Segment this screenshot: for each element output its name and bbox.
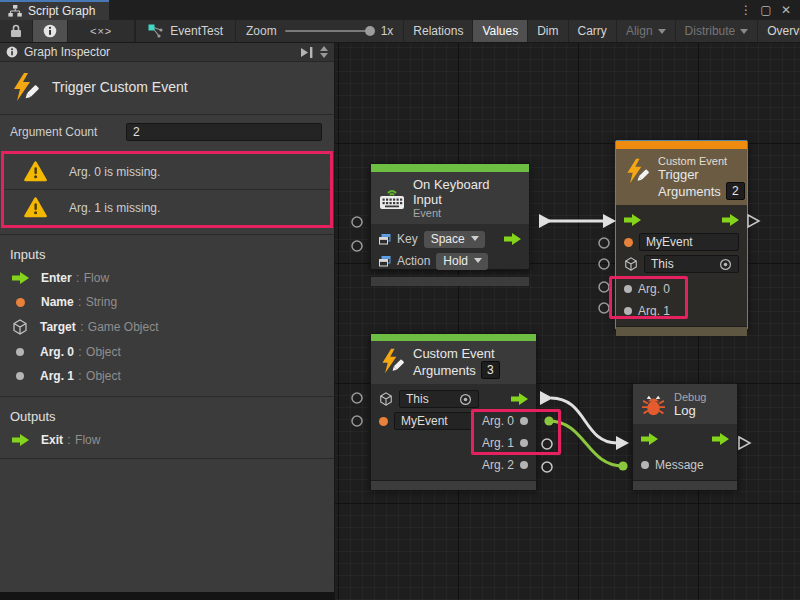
panel-spinner[interactable] [320, 46, 328, 58]
flow-input-port[interactable] [624, 214, 641, 226]
gameobject-cube-icon [12, 319, 28, 335]
event-name-row: MyEvent Arg. 0 [371, 410, 536, 432]
pin-type: Flow [84, 271, 109, 285]
inspector-toggle-button[interactable] [33, 20, 68, 42]
input-pin-arg0: Arg. 0 : Object [0, 340, 334, 364]
argument-count-input[interactable]: 2 [126, 123, 322, 141]
zoom-slider-handle[interactable] [365, 26, 375, 36]
graph-asset-icon [148, 24, 164, 38]
value-port-connected[interactable] [618, 461, 627, 470]
dim-button[interactable]: Dim [528, 20, 568, 42]
chevron-down-icon [471, 236, 479, 241]
node-category: Custom Event [658, 155, 745, 167]
event-name-field[interactable]: MyEvent [394, 412, 474, 430]
zoom-slider[interactable] [285, 30, 373, 32]
colon: : [78, 369, 81, 383]
close-icon[interactable]: ✕ [778, 3, 794, 17]
node-title: Log [674, 403, 706, 418]
value-port[interactable] [352, 241, 362, 251]
divider [0, 458, 334, 459]
distribute-button[interactable]: Distribute [676, 20, 759, 42]
flow-output-port[interactable] [712, 433, 729, 445]
value-port[interactable] [599, 303, 609, 313]
value-port[interactable] [599, 259, 609, 269]
node-trigger-custom-event[interactable]: Custom Event Trigger Arguments2 MyEvent … [615, 140, 748, 330]
arguments-label: Arguments [658, 184, 721, 199]
custom-event-icon [379, 348, 405, 374]
lock-icon [10, 24, 22, 38]
wire-start-arrow [540, 391, 553, 405]
node-footer [371, 480, 536, 490]
action-dropdown[interactable]: Hold [436, 253, 488, 270]
flow-row [616, 209, 747, 231]
flow-port-unconnected[interactable] [748, 215, 759, 227]
arg2-row: Arg. 2 [371, 454, 536, 476]
pin-type: Object [86, 369, 121, 383]
colon: : [78, 295, 81, 309]
output-pin-exit: Exit : Flow [0, 428, 334, 452]
flow-port-unconnected[interactable] [739, 437, 750, 449]
value-port[interactable] [599, 282, 609, 292]
node-subtitle: Event [413, 207, 521, 219]
outputs-heading: Outputs [0, 397, 334, 428]
values-button[interactable]: Values [473, 20, 528, 42]
target-field[interactable]: This [399, 390, 479, 408]
node-custom-event[interactable]: Custom Event Arguments3 This MyEvent Arg… [370, 333, 537, 490]
node-footer [371, 276, 529, 286]
flow-output-port[interactable] [504, 233, 521, 245]
key-row: Key Space [371, 228, 529, 250]
tab-script-graph[interactable]: Script Graph [0, 0, 109, 20]
target-field[interactable]: This [644, 255, 739, 273]
graph-name-button[interactable]: EventTest [135, 20, 236, 42]
object-picker-icon[interactable] [719, 258, 732, 271]
graph-inspector-header: Graph Inspector [0, 43, 334, 62]
value-port-connected[interactable] [544, 416, 553, 425]
variables-button[interactable]: <×> [68, 20, 135, 42]
event-node-strip [616, 141, 747, 149]
node-debug-log[interactable]: Debug Log Message [632, 383, 738, 490]
flow-output-port[interactable] [722, 214, 739, 226]
arg1-label: Arg. 1 [482, 436, 514, 450]
value-port[interactable] [542, 439, 552, 449]
arguments-label: Arguments [413, 363, 476, 378]
align-button[interactable]: Align [617, 20, 676, 42]
value-port[interactable] [352, 416, 362, 426]
value-port[interactable] [542, 462, 552, 472]
event-name-field[interactable]: MyEvent [639, 233, 739, 251]
overview-button[interactable]: Overview [758, 20, 800, 42]
target-row: This [616, 253, 747, 275]
graph-inspector-panel: Graph Inspector Trigger Custom Event Arg… [0, 43, 335, 592]
pin-type: String [86, 295, 117, 309]
relations-button[interactable]: Relations [404, 20, 473, 42]
node-body: MyEvent This Arg. 0 Arg. 1 [616, 205, 747, 326]
value-port[interactable] [599, 238, 609, 248]
graph-canvas[interactable]: On Keyboard Input Event Key Space Action… [335, 43, 800, 600]
object-picker-icon[interactable] [459, 393, 472, 406]
object-port-icon [16, 348, 24, 356]
graph-hierarchy-icon [8, 5, 22, 17]
window-menu-icon[interactable]: ⋮ [738, 3, 754, 17]
target-value: This [406, 392, 429, 406]
dock-panel-icon[interactable] [301, 47, 314, 58]
arg1-row: Arg. 1 [616, 300, 747, 322]
value-port[interactable] [352, 393, 362, 403]
lock-button[interactable] [0, 20, 33, 42]
carry-button[interactable]: Carry [569, 20, 617, 42]
node-header: Custom Event Arguments3 [371, 341, 536, 384]
flow-arrow-icon [12, 272, 29, 284]
object-port-icon [624, 307, 632, 315]
flow-output-port[interactable] [511, 393, 528, 405]
arguments-count-badge: 2 [726, 182, 745, 200]
chevron-down-icon [474, 258, 482, 263]
flow-input-port[interactable] [641, 433, 658, 445]
action-label: Action [397, 254, 430, 268]
node-on-keyboard-input[interactable]: On Keyboard Input Event Key Space Action… [370, 163, 530, 270]
object-port-icon [520, 439, 528, 447]
arg1-label: Arg. 1 [638, 304, 670, 318]
key-dropdown[interactable]: Space [424, 231, 485, 248]
inputs-heading: Inputs [0, 235, 334, 266]
value-port[interactable] [352, 217, 362, 227]
input-pin-enter: Enter : Flow [0, 266, 334, 290]
maximize-icon[interactable]: ▢ [758, 3, 774, 17]
message-row: Message [633, 454, 737, 476]
